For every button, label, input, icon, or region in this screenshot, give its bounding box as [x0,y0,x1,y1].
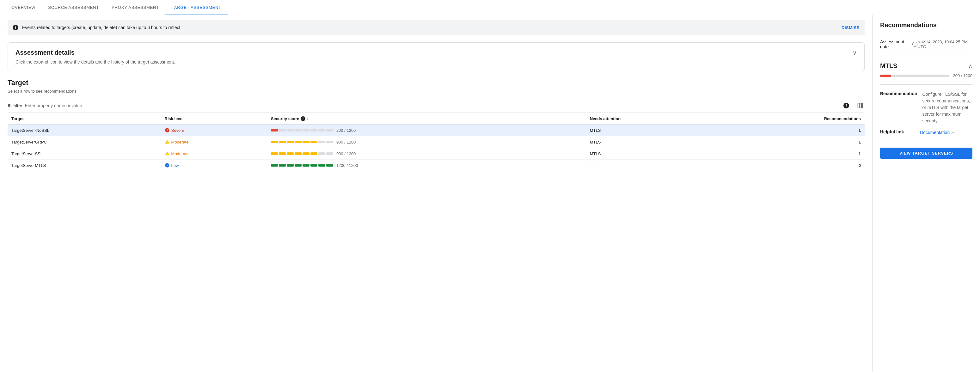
table-row[interactable]: TargetServerSSL ! Moderate 900 / 1200 MT… [8,148,865,160]
cell-recommendations: 1 [715,148,865,160]
cell-risk: ! Moderate [161,148,267,160]
mtls-section: MTLS ∧ 200 / 1200 Recommendation Configu… [880,62,972,136]
assessment-date-label: Assessment date i [880,39,917,49]
mtls-recommendation-text: Configure TLS/SSL for secure communicati… [922,91,972,124]
col-header-score: Security score ? ↑ [267,113,586,125]
svg-text:!: ! [167,129,167,132]
table-row[interactable]: TargetServerGRPC ! Moderate 900 / 1200 M… [8,136,865,148]
mtls-score-text: 200 / 1200 [953,73,972,78]
cell-target: TargetServer-NoSSL [8,125,161,136]
target-section-title: Target [8,79,865,87]
recommendations-sidebar: Recommendations Assessment date i Nov 14… [872,15,980,372]
mtls-documentation-link[interactable]: Documentation ↗ [920,129,972,136]
cell-needs-attention: MTLS [586,125,715,136]
cell-score: 900 / 1200 [267,136,586,148]
table-row[interactable]: TargetServerMTLS i Low 1200 / 1200 — 0 [8,160,865,171]
columns-icon [857,102,863,109]
cell-needs-attention: MTLS [586,136,715,148]
cell-score: 200 / 1200 [267,125,586,136]
mtls-recommendation-row: Recommendation Configure TLS/SSL for sec… [880,91,972,124]
col-header-needs-attention: Needs attention [586,113,715,125]
score-help-icon[interactable]: ? [301,116,305,121]
cell-risk: ! Moderate [161,136,267,148]
mtls-title: MTLS [880,62,897,70]
cell-score: 1200 / 1200 [267,160,586,171]
info-banner: i Events related to targets (create, upd… [8,20,865,35]
table-row[interactable]: TargetServer-NoSSL ! Severe 200 / 1200 M… [8,125,865,136]
help-icon-btn[interactable]: ? [842,101,851,110]
columns-icon-btn[interactable] [856,101,865,110]
svg-text:!: ! [167,141,167,143]
cell-risk: i Low [161,160,267,171]
cell-target: TargetServerGRPC [8,136,161,148]
filter-label-group: ≡ Filter [8,103,22,108]
mtls-helpful-link-row: Helpful link Documentation ↗ [880,129,972,136]
mtls-recommendation-label: Recommendation [880,91,917,124]
mtls-score-bar [880,75,949,77]
sort-icon[interactable]: ↑ [307,116,309,121]
cell-target: TargetServerMTLS [8,160,161,171]
assessment-details-title: Assessment details [16,49,75,56]
filter-actions: ? [842,101,865,110]
filter-icon: ≡ [8,103,10,108]
cell-risk: ! Severe [161,125,267,136]
target-table: Target Risk level Security score ? ↑ [8,113,865,171]
filter-bar: ≡ Filter ? [8,98,865,113]
view-target-servers-button[interactable]: VIEW TARGET SERVERS [880,148,972,159]
col-header-target: Target [8,113,161,125]
sidebar-divider [880,141,972,141]
mtls-helpful-link-label: Helpful link [880,129,915,136]
help-icon: ? [843,103,849,108]
external-link-icon: ↗ [951,130,954,136]
tab-proxy-assessment[interactable]: PROXY ASSESSMENT [105,0,165,15]
svg-text:i: i [167,164,167,167]
cell-needs-attention: MTLS [586,148,715,160]
cell-score: 900 / 1200 [267,148,586,160]
mtls-score-bar-fill [880,75,891,77]
assessment-date-row: Assessment date i Nov 14, 2023, 10:04:25… [880,39,972,56]
assessment-date-value: Nov 14, 2023, 10:04:25 PM UTC [917,40,972,49]
svg-rect-1 [859,103,861,108]
col-header-recommendations: Recommendations [715,113,865,125]
filter-label: Filter [12,103,22,108]
dismiss-button[interactable]: DISMISS [842,25,859,30]
mtls-helpful-link-value: Documentation ↗ [920,129,972,136]
svg-text:!: ! [167,152,167,155]
assessment-date-info-icon[interactable]: i [912,42,917,47]
svg-rect-0 [858,103,859,108]
tab-source-assessment[interactable]: SOURCE ASSESSMENT [42,0,105,15]
banner-info-icon: i [13,25,18,30]
target-section-subtitle: Select a row to see recommendations. [8,89,865,94]
cell-recommendations: 0 [715,160,865,171]
col-header-risk: Risk level [161,113,267,125]
banner-text: Events related to targets (create, updat… [22,25,838,30]
cell-recommendations: 1 [715,136,865,148]
assessment-details-description: Click the expand icon to view the detail… [16,59,175,65]
mtls-chevron-up-icon[interactable]: ∧ [968,63,972,70]
cell-target: TargetServerSSL [8,148,161,160]
mtls-score-row: 200 / 1200 [880,73,972,85]
svg-rect-2 [861,103,862,108]
tab-overview[interactable]: OVERVIEW [5,0,42,15]
cell-needs-attention: — [586,160,715,171]
filter-input[interactable] [25,103,839,108]
sidebar-title: Recommendations [880,22,972,34]
chevron-down-icon[interactable]: ∨ [853,49,857,56]
cell-recommendations: 1 [715,125,865,136]
target-section: Target Select a row to see recommendatio… [8,79,865,171]
tab-target-assessment[interactable]: TARGET ASSESSMENT [165,0,228,15]
assessment-details-card: Assessment details ∨ Click the expand ic… [8,42,865,71]
main-content: i Events related to targets (create, upd… [0,15,872,372]
tab-bar: OVERVIEW SOURCE ASSESSMENT PROXY ASSESSM… [0,0,980,15]
